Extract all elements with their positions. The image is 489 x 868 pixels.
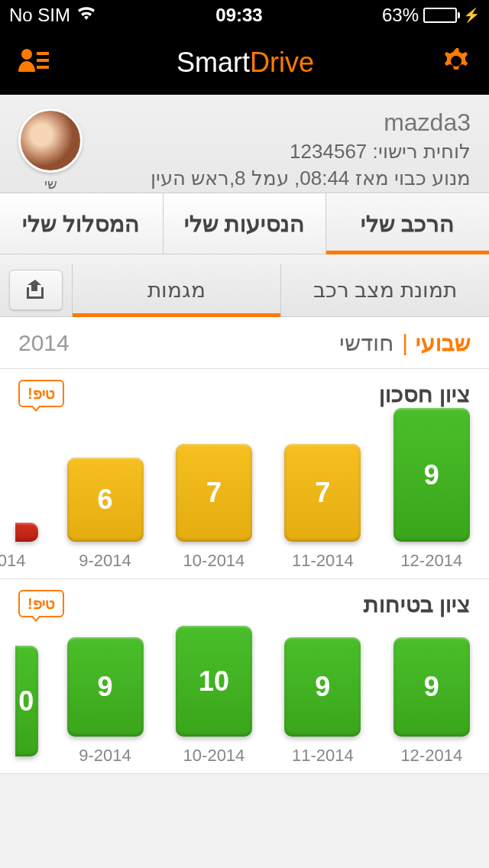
bar: 7 xyxy=(176,444,252,542)
battery-pct: 63% xyxy=(382,5,419,26)
subtab-snapshot[interactable]: תמונת מצב רכב xyxy=(280,264,489,316)
carrier-text: No SIM xyxy=(9,5,70,26)
period-monthly[interactable]: חודשי xyxy=(339,329,394,356)
chart-safety: ציון בטיחות טיפ! 0 9 9-2014 10 10-2014 9… xyxy=(0,579,489,774)
avatar[interactable] xyxy=(18,108,83,173)
bar: 7 xyxy=(284,444,361,542)
tab-my-vehicle[interactable]: הרכב שלי xyxy=(325,193,489,254)
svg-rect-2 xyxy=(37,59,49,62)
bar-label: 014 xyxy=(0,551,26,571)
charging-icon: ⚡ xyxy=(463,7,480,24)
bar: 9 xyxy=(284,637,361,737)
chart-safety-bars[interactable]: 0 9 9-2014 10 10-2014 9 11-2014 9 12-201… xyxy=(0,628,489,766)
contacts-icon[interactable] xyxy=(18,47,49,78)
app-title: SmartDrive xyxy=(176,47,314,79)
clock-text: 09:33 xyxy=(215,5,262,26)
tip-badge[interactable]: טיפ! xyxy=(18,590,64,617)
tip-badge[interactable]: טיפ! xyxy=(18,380,64,407)
bar: 9 xyxy=(67,637,144,737)
chart-savings: ציון חסכון טיפ! 014 6 9-2014 7 10-2014 7… xyxy=(0,369,489,579)
avatar-name: שי xyxy=(18,176,83,193)
period-divider: | xyxy=(402,330,408,356)
app-title-a: Smart xyxy=(176,47,250,78)
bar-label: 12-2014 xyxy=(400,746,462,766)
license-text: לוחית רישוי: 1234567 xyxy=(96,140,471,164)
main-tabs: הרכב שלי הנסיעות שלי המסלול שלי xyxy=(0,193,489,254)
bar: 9 xyxy=(393,637,470,737)
sub-tabs: תמונת מצב רכב מגמות xyxy=(0,264,489,317)
engine-status: מנוע כבוי מאז 08:44, עמל 8,ראש העין xyxy=(96,167,471,190)
bar-label: 9-2014 xyxy=(79,551,131,571)
chart-savings-title: ציון חסכון xyxy=(379,381,471,407)
tab-my-trips[interactable]: הנסיעות שלי xyxy=(163,193,326,254)
app-title-b: Drive xyxy=(250,47,314,78)
tab-my-route[interactable]: המסלול שלי xyxy=(0,193,163,254)
period-year: 2014 xyxy=(18,330,70,356)
chart-safety-title: ציון בטיחות xyxy=(364,591,471,617)
vehicle-name: mazda3 xyxy=(96,108,471,137)
bar-partial: 0 xyxy=(15,646,38,756)
svg-rect-1 xyxy=(37,52,49,55)
profile-section: mazda3 לוחית רישוי: 1234567 מנוע כבוי מא… xyxy=(0,95,489,193)
bar-label: 11-2014 xyxy=(292,551,354,571)
svg-rect-3 xyxy=(37,66,49,69)
wifi-icon xyxy=(76,5,96,26)
bar: 6 xyxy=(67,458,144,542)
bar-label: 9-2014 xyxy=(79,746,131,766)
period-selector: שבועי | חודשי 2014 xyxy=(0,317,489,369)
bar: 9 xyxy=(393,408,470,542)
gear-icon[interactable] xyxy=(442,47,471,79)
bar-label: 11-2014 xyxy=(292,746,354,766)
status-bar: No SIM 09:33 63% ⚡ xyxy=(0,0,489,31)
bar-label: 10-2014 xyxy=(183,746,245,766)
share-button[interactable] xyxy=(9,270,63,310)
app-header: SmartDrive xyxy=(0,31,489,95)
bar-label: 10-2014 xyxy=(183,551,245,571)
svg-point-0 xyxy=(21,49,32,60)
chart-savings-bars[interactable]: 014 6 9-2014 7 10-2014 7 11-2014 9 12-20… xyxy=(0,418,489,571)
period-weekly[interactable]: שבועי xyxy=(416,329,471,356)
battery-icon xyxy=(423,8,457,23)
bar: 10 xyxy=(176,626,252,737)
svg-point-4 xyxy=(452,57,460,65)
subtab-trends[interactable]: מגמות xyxy=(72,264,280,316)
bar-partial xyxy=(15,523,38,542)
bar-label: 12-2014 xyxy=(400,551,462,571)
